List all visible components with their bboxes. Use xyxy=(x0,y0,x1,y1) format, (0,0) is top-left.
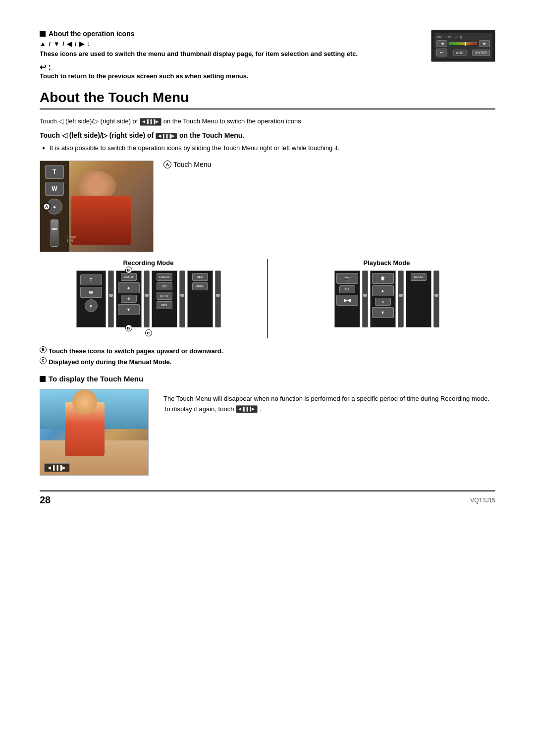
return-description: Touch to return to the previous screen s… xyxy=(40,72,421,81)
display-touch-btn[interactable]: ◀▐▐▐▶ xyxy=(44,463,70,472)
hand-swipe-icon: ☞ xyxy=(66,231,77,247)
cam-row2: ↩ AGC ENTER xyxy=(436,49,490,56)
playback-mode-label: Playback Mode xyxy=(364,259,410,267)
rec-zoom-down-btn: ▼ xyxy=(118,304,140,315)
playback-diagram: 📷 ALL ▶◀ 🗑 ▲ ≡ ▼ MENU xyxy=(334,270,439,327)
pb-all-btn: ALL xyxy=(339,285,355,293)
recording-mode-col: Recording Mode T W ● B ZOOM ▲ ⊕ ▼ B xyxy=(40,259,257,336)
bullet-text: It is also possible to switch the operat… xyxy=(50,144,339,152)
pb-down-btn: ▼ xyxy=(372,307,394,318)
pb-panel-1: 📷 ALL ▶◀ xyxy=(334,270,360,327)
rec-panel-2: ZOOM ▲ ⊕ ▼ xyxy=(116,270,142,327)
recording-diagram: T W ● B ZOOM ▲ ⊕ ▼ B FOCUS xyxy=(76,270,221,327)
to-display-right: The Touch Menu will disappear when no fu… xyxy=(163,389,495,414)
return-icon: ↩ : xyxy=(40,63,51,71)
cam-back-btn: ↩ xyxy=(436,49,447,56)
marker-c: C xyxy=(145,329,152,336)
arrow-row: ▲ / ▼ / ◀ / ▶ : xyxy=(40,40,421,48)
touch-instruction: Touch ◁ (left side)/▷ (right side) of ◀▐… xyxy=(40,131,495,139)
rec-circle-btn: ● xyxy=(85,299,98,312)
black-square-icon xyxy=(40,31,46,37)
touch-menu-label: Touch Menu xyxy=(173,161,211,168)
note-b-marker: B xyxy=(40,346,47,353)
black-square-icon-2 xyxy=(40,376,46,382)
rec-focus-btn: FOCUS xyxy=(157,273,172,281)
cam-agc-btn: AGC xyxy=(453,50,467,56)
main-image-row: T W ● ☞ A A Touch Menu xyxy=(40,161,495,252)
diagram-container: T W ● ☞ A xyxy=(40,161,154,252)
to-display-text: The Touch Menu will disappear when no fu… xyxy=(163,395,489,412)
pb-up-btn: ▲ xyxy=(372,285,394,296)
touch-menu-icon-instruction: ◀▐▐▐▶ xyxy=(156,133,177,139)
pb-panel-2: 🗑 ▲ ≡ ▼ xyxy=(370,270,396,327)
tm-w-button: W xyxy=(45,182,64,196)
touch-icon-symbol: ◀▐▐▐▶ xyxy=(48,465,66,470)
rec-rec-btn: REC xyxy=(192,273,208,281)
operation-icons-section: About the operation icons ▲ / ▼ / ◀ / ▶ … xyxy=(40,30,495,81)
diagram-with-marker: T W ● ☞ A xyxy=(40,161,154,252)
rec-wb-btn: WB xyxy=(157,282,172,290)
return-row: ↩ : xyxy=(40,62,421,72)
camera-diagram: MIC LEVEL (dB) ◀ ▶ ↩ AGC ENTER xyxy=(431,30,495,62)
pb-menu-btn: MENU xyxy=(411,273,427,281)
rec-panel2-wrapper: B ZOOM ▲ ⊕ ▼ B xyxy=(116,270,142,327)
arrow-icons-label: ▲ / ▼ / ◀ / ▶ : xyxy=(40,40,90,48)
cam-left-btn: ◀ xyxy=(436,40,447,47)
rec-slider-2 xyxy=(144,270,150,327)
label-a-column: A Touch Menu xyxy=(163,161,495,171)
to-display-section: ◀▐▐▐▶ The Touch Menu will disappear when… xyxy=(40,389,495,476)
tm-t-button: T xyxy=(45,165,64,179)
playback-mode-col: Playback Mode 📷 ALL ▶◀ 🗑 ▲ ≡ ▼ MENU xyxy=(278,259,495,327)
pb-cam-btn: 📷 xyxy=(336,273,358,284)
child-photo xyxy=(69,161,153,252)
notes-section: B Touch these icons to switch pages upwa… xyxy=(40,346,495,367)
pb-trash-btn: 🗑 xyxy=(372,273,394,284)
modes-row: Recording Mode T W ● B ZOOM ▲ ⊕ ▼ B xyxy=(40,259,495,338)
rec-w-btn: W xyxy=(80,287,102,298)
rec-shtr-btn: SHTR xyxy=(157,292,172,300)
pb-slider-1 xyxy=(362,270,368,327)
note-c-marker: C xyxy=(40,357,47,364)
touch-menu-icon-end: ◀▐▐▐▶ xyxy=(236,405,258,413)
rec-menu-btn: MENU xyxy=(192,282,208,290)
section-heading-operation: About the operation icons xyxy=(40,30,421,38)
rec-t-btn: T xyxy=(80,274,102,285)
rec-slider-4 xyxy=(215,270,221,327)
cam-mic-label: MIC LEVEL (dB) xyxy=(436,35,490,39)
pb-play-btn: ▶◀ xyxy=(336,295,358,306)
page-number: 28 xyxy=(40,494,51,506)
rec-panel-1: T W ● xyxy=(76,270,106,327)
arrow-description: These icons are used to switch the menu … xyxy=(40,50,421,58)
note-c-line: C Displayed only during the Manual Mode. xyxy=(40,357,495,367)
footer: 28 VQT3J15 xyxy=(40,490,495,506)
tm-slider xyxy=(51,219,58,247)
intro-text-content: Touch ◁ (left side)/▷ (right side) of ◀▐… xyxy=(40,117,303,125)
operation-icons-right: MIC LEVEL (dB) ◀ ▶ ↩ AGC ENTER xyxy=(431,30,495,62)
rec-zoom-in-btn: ▲ xyxy=(118,282,140,293)
circle-a-label: A xyxy=(163,161,171,168)
rec-panel-3: FOCUS WB SHTR IRIS xyxy=(152,270,177,327)
to-display-period: . xyxy=(260,405,262,413)
cam-right-btn: ▶ xyxy=(479,40,490,47)
pb-panel-3: MENU xyxy=(406,270,431,327)
child-figure xyxy=(65,402,105,456)
bullet-item-slide: It is also possible to switch the operat… xyxy=(50,143,495,153)
main-title: About the Touch Menu xyxy=(40,90,495,109)
touch-instruction-text: Touch ◁ (left side)/▷ (right side) of ◀▐… xyxy=(40,131,244,139)
rec-sub-btn: ⊕ xyxy=(121,295,137,303)
to-display-heading: To display the Touch Menu xyxy=(49,375,143,383)
cam-controls-row: ◀ ▶ xyxy=(436,40,490,47)
to-display-heading-row: To display the Touch Menu xyxy=(40,375,495,383)
operation-icons-heading: About the operation icons xyxy=(49,30,134,38)
cam-level-bar xyxy=(449,42,477,45)
touch-menu-image: T W ● ☞ xyxy=(40,161,154,252)
rec-panel-4: REC MENU xyxy=(187,270,213,327)
model-number: VQT3J15 xyxy=(470,497,495,504)
to-display-image: ◀▐▐▐▶ xyxy=(40,389,149,476)
marker-b-top: B xyxy=(125,267,132,273)
marker-b-bottom: B xyxy=(125,324,132,331)
mode-divider xyxy=(267,259,268,338)
pb-slider-2 xyxy=(398,270,404,327)
label-a-row: A Touch Menu xyxy=(163,161,211,168)
marker-c-row: C xyxy=(145,329,152,336)
